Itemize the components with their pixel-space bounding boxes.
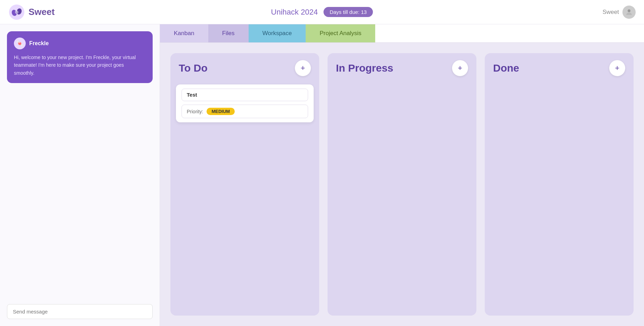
- project-title: Unihack 2024: [271, 8, 318, 17]
- days-badge: Days till due: 13: [323, 7, 373, 17]
- tab-kanban[interactable]: Kanban: [160, 24, 208, 42]
- priority-label: Priority:: [187, 109, 203, 114]
- freckle-avatar: 🍬: [14, 38, 26, 49]
- app-header: Sweet Unihack 2024 Days till due: 13 Swe…: [0, 0, 644, 24]
- chat-input-area: [7, 304, 153, 319]
- task-priority-row: Priority: MEDIUM: [182, 105, 308, 118]
- tab-files[interactable]: Files: [208, 24, 249, 42]
- main-layout: 🍬 Freckle Hi, welcome to your new projec…: [0, 24, 644, 326]
- column-in-progress-title: In Progress: [336, 62, 393, 74]
- user-name: Sweet: [603, 9, 619, 16]
- column-done-title: Done: [493, 62, 519, 74]
- column-todo-header: To Do +: [170, 53, 319, 82]
- app-title: Sweet: [29, 7, 55, 17]
- task-title-row: Test: [182, 89, 308, 101]
- column-todo-title: To Do: [179, 62, 208, 74]
- logo-area: Sweet: [8, 4, 55, 21]
- chat-input[interactable]: [7, 304, 153, 319]
- column-in-progress-header: In Progress +: [328, 53, 476, 82]
- sweet-logo-icon: [8, 4, 25, 21]
- add-in-progress-button[interactable]: +: [452, 60, 468, 76]
- project-info: Unihack 2024 Days till due: 13: [271, 7, 373, 17]
- freckle-name: Freckle: [29, 40, 49, 47]
- add-todo-button[interactable]: +: [295, 60, 311, 76]
- tab-project-analysis[interactable]: Project Analysis: [306, 24, 375, 42]
- task-title: Test: [187, 92, 197, 98]
- tab-bar: Kanban Files Workspace Project Analysis: [160, 24, 644, 43]
- column-done: Done +: [485, 53, 634, 316]
- freckle-header: 🍬 Freckle: [14, 38, 146, 49]
- user-area: Sweet: [603, 6, 636, 19]
- column-in-progress: In Progress +: [328, 53, 476, 316]
- avatar-icon: [625, 8, 633, 16]
- task-card-test[interactable]: Test Priority: MEDIUM: [176, 84, 314, 122]
- add-done-button[interactable]: +: [609, 60, 625, 76]
- column-todo: To Do + Test Priority: MEDIUM: [170, 53, 319, 316]
- sidebar: 🍬 Freckle Hi, welcome to your new projec…: [0, 24, 160, 326]
- column-done-body: [485, 82, 634, 316]
- user-avatar[interactable]: [622, 6, 636, 19]
- svg-point-3: [15, 10, 18, 14]
- kanban-board: To Do + Test Priority: MEDIUM: [160, 43, 644, 326]
- svg-point-4: [628, 9, 630, 12]
- column-done-header: Done +: [485, 53, 634, 82]
- tab-workspace[interactable]: Workspace: [249, 24, 306, 42]
- content-area: Kanban Files Workspace Project Analysis …: [160, 24, 644, 326]
- freckle-card: 🍬 Freckle Hi, welcome to your new projec…: [7, 31, 153, 83]
- column-in-progress-body: [328, 82, 476, 316]
- column-todo-body: Test Priority: MEDIUM: [170, 82, 319, 316]
- priority-badge: MEDIUM: [207, 108, 235, 115]
- freckle-message: Hi, welcome to your new project. I'm Fre…: [14, 54, 146, 77]
